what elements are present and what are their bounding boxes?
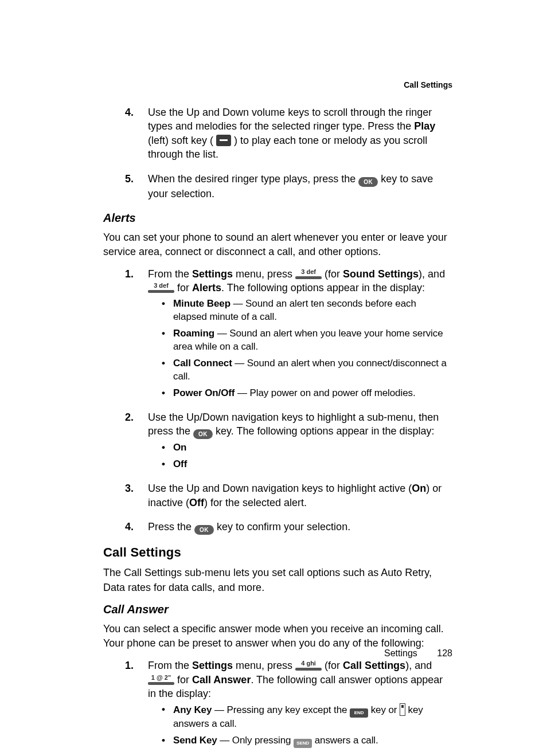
key-1-icon: 1 @ 2" bbox=[148, 675, 174, 685]
text: (for bbox=[322, 268, 343, 280]
bold-play: Play bbox=[414, 120, 435, 132]
text: key to confirm your selection. bbox=[214, 521, 350, 532]
text: key. The following options appear in the… bbox=[213, 425, 435, 437]
text: (for bbox=[322, 660, 343, 671]
ok-key-icon: OK bbox=[194, 525, 214, 535]
key-4ghi-icon: 4 ghi bbox=[295, 660, 322, 671]
text: ), and bbox=[405, 660, 432, 671]
bullet-sendkey: Send Key — Only pressing SEND answers a … bbox=[162, 734, 452, 748]
running-header: Call Settings bbox=[103, 80, 452, 89]
bold: Alerts bbox=[192, 282, 221, 293]
step-number: 4. bbox=[125, 520, 134, 534]
heading-call-answer: Call Answer bbox=[103, 603, 452, 616]
side-key-icon bbox=[400, 703, 405, 716]
step-number: 5. bbox=[125, 172, 134, 186]
step-5: 5. When the desired ringer type plays, p… bbox=[125, 172, 452, 201]
footer-page-number: 128 bbox=[437, 648, 452, 659]
bullet: Minute Beep — Sound an alert ten seconds… bbox=[162, 297, 452, 324]
softkey-icon bbox=[216, 135, 231, 146]
text: ) for the selected alert. bbox=[204, 497, 307, 508]
key-3def-icon: 3 def bbox=[295, 269, 322, 279]
bullet: Call Connect — Sound an alert when you c… bbox=[162, 357, 452, 383]
bullet: Power On/Off — Play power on and power o… bbox=[162, 387, 452, 400]
step-4: 4. Use the Up and Down volume keys to sc… bbox=[125, 105, 452, 162]
bullet-off: Off bbox=[162, 458, 452, 471]
text: ), and bbox=[419, 268, 445, 280]
text: Use the Up and Down navigation keys to h… bbox=[148, 483, 412, 494]
text: Use the Up and Down volume keys to scrol… bbox=[148, 107, 432, 132]
alerts-step-3: 3. Use the Up and Down navigation keys t… bbox=[125, 481, 452, 510]
alerts-steps: 1. From the Settings menu, press 3 def (… bbox=[103, 267, 452, 535]
callanswer-step-1: 1. From the Settings menu, press 4 ghi (… bbox=[125, 659, 452, 748]
bold: Settings bbox=[192, 660, 233, 671]
text: . The following options appear in the di… bbox=[221, 282, 425, 293]
bold: Sound Settings bbox=[343, 268, 419, 280]
end-key-icon: END bbox=[350, 708, 368, 718]
ok-key-icon: OK bbox=[193, 429, 213, 439]
key-3def-icon: 3 def bbox=[148, 283, 174, 293]
text: (left) soft key ( bbox=[148, 135, 216, 146]
page-content: Call Settings 4. Use the Up and Down vol… bbox=[0, 0, 547, 756]
bold: Settings bbox=[192, 268, 233, 280]
step-number: 1. bbox=[125, 659, 134, 672]
ok-key-icon: OK bbox=[358, 177, 378, 187]
alerts-step-1: 1. From the Settings menu, press 3 def (… bbox=[125, 267, 452, 400]
bold: Call Settings bbox=[343, 660, 405, 671]
text: From the bbox=[148, 660, 192, 671]
footer-section: Settings bbox=[384, 648, 417, 658]
step-number: 3. bbox=[125, 481, 134, 495]
text: for bbox=[174, 282, 192, 293]
bold: Call Answer bbox=[192, 674, 251, 686]
bullet-on: On bbox=[162, 441, 452, 455]
step-number: 1. bbox=[125, 267, 134, 281]
bold: On bbox=[412, 483, 426, 494]
bullet: Roaming — Sound an alert when you leave … bbox=[162, 327, 452, 354]
text: Press the bbox=[148, 521, 194, 532]
text: for bbox=[174, 674, 192, 686]
alerts-step-2: 2. Use the Up/Down navigation keys to hi… bbox=[125, 410, 452, 472]
step-number: 4. bbox=[125, 105, 134, 119]
bold: Off bbox=[189, 497, 204, 508]
heading-call-settings: Call Settings bbox=[103, 545, 452, 560]
step-number: 2. bbox=[125, 410, 134, 424]
text: menu, press bbox=[233, 660, 295, 671]
top-steps-block: 4. Use the Up and Down volume keys to sc… bbox=[103, 105, 452, 201]
bullet-anykey: Any Key — Pressing any key except the EN… bbox=[162, 703, 452, 731]
text: When the desired ringer type plays, pres… bbox=[148, 173, 358, 185]
page-footer: Settings 128 bbox=[0, 648, 452, 659]
call-settings-intro: The Call Settings sub-menu lets you set … bbox=[103, 566, 452, 594]
text: From the bbox=[148, 268, 192, 280]
call-answer-intro: You can select a specific answer mode wh… bbox=[103, 622, 452, 651]
alerts-step-4: 4. Press the OK key to confirm your sele… bbox=[125, 520, 452, 535]
send-key-icon: SEND bbox=[294, 739, 312, 748]
alerts-intro: You can set your phone to sound an alert… bbox=[103, 230, 452, 259]
heading-alerts: Alerts bbox=[103, 211, 452, 225]
call-answer-steps: 1. From the Settings menu, press 4 ghi (… bbox=[103, 659, 452, 756]
text: menu, press bbox=[233, 268, 295, 280]
